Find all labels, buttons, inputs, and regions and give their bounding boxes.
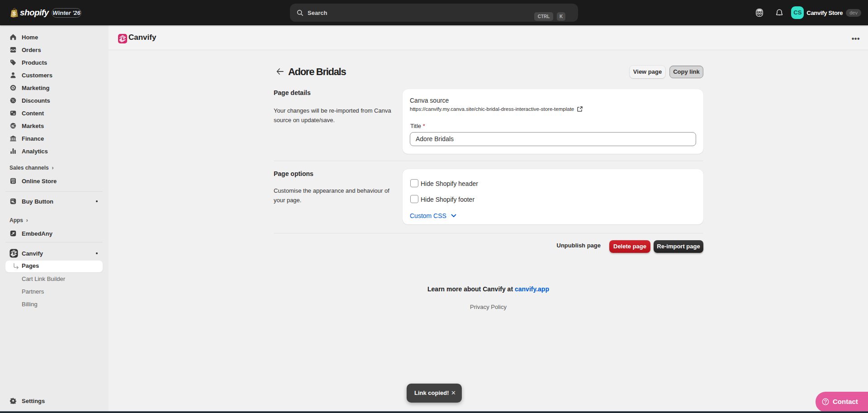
svg-text:S: S [13, 11, 16, 16]
